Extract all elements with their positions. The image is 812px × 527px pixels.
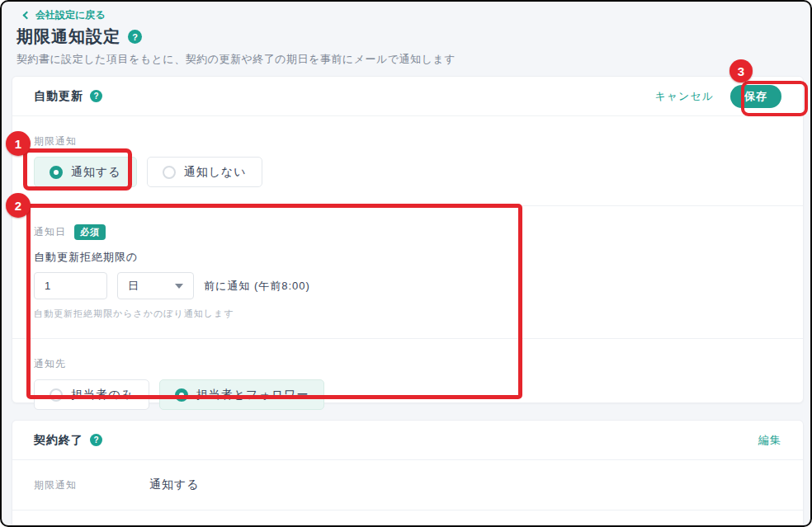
radio-unselected-icon	[163, 166, 176, 179]
detail-label: 期限通知	[34, 478, 149, 492]
contract-end-card: 契約終了 ? 編集 期限通知 通知する	[12, 420, 804, 527]
radio-option-do-not-notify[interactable]: 通知しない	[147, 157, 262, 187]
page-description: 契約書に設定した項目をもとに、契約の更新や終了の期日を事前にメールで通知します	[17, 52, 456, 67]
page-title-row: 期限通知設定 ?	[17, 26, 142, 48]
back-to-company-settings-link[interactable]: 会社設定に戻る	[24, 8, 106, 22]
radio-selected-icon	[50, 166, 63, 179]
notice-target-section: 通知先 担当者のみ 担当者とフォロワー	[12, 338, 803, 428]
radio-option-label: 通知する	[71, 165, 121, 180]
radio-option-notify[interactable]: 通知する	[34, 157, 137, 187]
detail-value: 通知する	[149, 478, 200, 492]
radio-option-label: 通知しない	[184, 165, 247, 180]
notice-date-sublabel: 自動更新拒絶期限の	[34, 250, 781, 265]
radio-selected-icon	[175, 388, 188, 402]
auto-renewal-card-header: 自動更新 ? キャンセル 保存	[12, 77, 803, 116]
screenshot-frame: 会社設定に戻る 期限通知設定 ? 契約書に設定した項目をもとに、契約の更新や終了…	[0, 0, 812, 527]
page-title: 期限通知設定	[17, 26, 120, 48]
back-link-label: 会社設定に戻る	[35, 8, 106, 22]
help-icon[interactable]: ?	[90, 90, 102, 102]
radio-option-label: 担当者とフォロワー	[196, 388, 309, 402]
edit-button[interactable]: 編集	[758, 433, 781, 448]
contract-end-card-header: 契約終了 ? 編集	[12, 421, 803, 460]
notice-date-section: 通知日 必須 自動更新拒絶期限の 日 前に通知 (午前8:00) 自動更新拒絶期…	[12, 205, 803, 338]
deadline-notice-section: 期限通知 通知する 通知しない	[12, 116, 803, 205]
radio-option-owner-only[interactable]: 担当者のみ	[34, 379, 149, 410]
deadline-notice-label: 期限通知	[34, 134, 781, 148]
notify-suffix-text: 前に通知 (午前8:00)	[204, 279, 310, 294]
help-icon[interactable]: ?	[90, 434, 102, 446]
notice-date-label: 通知日	[34, 225, 66, 239]
chevron-down-icon	[175, 284, 183, 289]
back-chevron-icon	[23, 12, 31, 20]
radio-option-owner-and-followers[interactable]: 担当者とフォロワー	[159, 379, 325, 410]
help-icon[interactable]: ?	[128, 30, 142, 44]
radio-option-label: 担当者のみ	[71, 388, 134, 402]
notice-date-helper: 自動更新拒絶期限からさかのぼり通知します	[34, 308, 781, 320]
required-badge: 必須	[74, 224, 106, 240]
unit-select-value: 日	[128, 279, 139, 294]
notice-target-label: 通知先	[34, 357, 781, 371]
days-before-input[interactable]	[34, 272, 107, 299]
radio-unselected-icon	[50, 388, 63, 402]
contract-end-title: 契約終了	[34, 433, 83, 448]
save-button[interactable]: 保存	[730, 85, 781, 108]
unit-select[interactable]: 日	[117, 272, 194, 299]
contract-end-row-deadline-notice: 期限通知 通知する	[12, 460, 803, 511]
auto-renewal-card: 自動更新 ? キャンセル 保存 期限通知 通知する 通知しない	[12, 76, 804, 403]
auto-renewal-title: 自動更新	[34, 89, 83, 104]
cancel-button[interactable]: キャンセル	[654, 89, 714, 104]
